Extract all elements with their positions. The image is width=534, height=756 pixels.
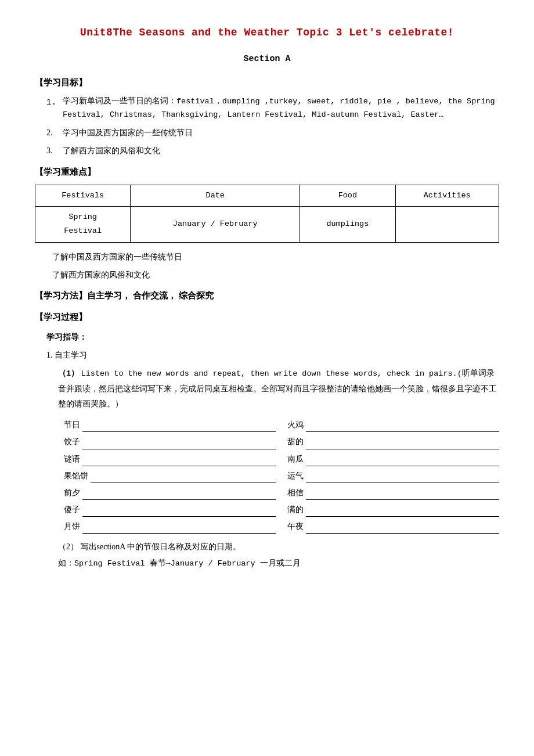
word-pair-miyu: 谜语 (64, 452, 276, 466)
word-pair-nangua: 南瓜 (287, 452, 499, 466)
after-table-line-2: 了解西方国家的风俗和文化 (52, 268, 499, 282)
word-pair-mande: 满的 (287, 502, 499, 517)
word-pair-huoji: 火鸡 (287, 417, 499, 432)
word-line-qianxi (82, 489, 276, 500)
word-pair-shazi: 傻子 (64, 502, 276, 517)
self-study-label: 1. 自主学习 (46, 348, 499, 362)
word-label-mande: 满的 (287, 502, 304, 517)
example-text: 如：Spring Festival 春节→January / February … (46, 557, 499, 571)
word-line-guoxianbing (91, 473, 276, 483)
word-label-wuye: 午夜 (287, 519, 304, 534)
step2-label: （2） (58, 542, 78, 551)
festival-table: Festivals Date Food Activities SpringFes… (35, 185, 499, 243)
word-pair-tiande: 甜的 (287, 434, 499, 449)
obj-num-3: 3. (46, 143, 63, 158)
process-header: 【学习过程】 (35, 309, 499, 325)
table-row: SpringFestival January / February dumpli… (35, 206, 499, 242)
word-label-qianxi: 前夕 (64, 485, 80, 500)
method-header: 【学习方法】自主学习， 合作交流， 综合探究 (35, 288, 499, 304)
word-label-xiangxin: 相信 (287, 485, 304, 500)
col-festivals: Festivals (35, 185, 131, 206)
word-pair-yunqi: 运气 (287, 469, 499, 483)
word-label-yuebing: 月饼 (64, 519, 80, 534)
word-line-jiaozi (82, 439, 276, 449)
section-a-label: Section A (35, 51, 499, 67)
after-table-line-1: 了解中国及西方国家的一些传统节日 (52, 250, 499, 264)
step2-text: 写出sectionA 中的节假日名称及对应的日期。 (81, 542, 241, 551)
word-pair-jieri: 节日 (64, 417, 276, 432)
step2-block: （2） 写出sectionA 中的节假日名称及对应的日期。 (46, 539, 499, 554)
cell-food: dumplings (300, 206, 395, 242)
cell-activities (395, 206, 499, 242)
col-food: Food (300, 185, 395, 206)
step1-label: （1） (58, 369, 79, 378)
cell-date: January / February (131, 206, 300, 242)
word-pair-yuebing: 月饼 (64, 519, 276, 534)
after-table-text: 了解中国及西方国家的一些传统节日 了解西方国家的风俗和文化 (35, 250, 499, 282)
word-grid: 节日 火鸡 饺子 甜的 谜语 南瓜 果馅饼 运气 (64, 417, 499, 534)
col-date: Date (131, 185, 300, 206)
obj-text-3: 了解西方国家的风俗和文化 (63, 143, 160, 158)
word-label-miyu: 谜语 (64, 452, 80, 466)
word-line-xiangxin (306, 489, 499, 500)
guide-label: 学习指导： (46, 330, 499, 344)
table-header-row: Festivals Date Food Activities (35, 185, 499, 206)
word-line-huoji (306, 422, 499, 432)
word-line-miyu (82, 456, 276, 466)
objective-item-1: 1. 学习新单词及一些节日的名词：festival，dumpling ,turk… (35, 95, 499, 122)
col-activities: Activities (395, 185, 499, 206)
word-line-shazi (82, 506, 276, 517)
word-line-yunqi (306, 473, 499, 483)
key-points-header: 【学习重难点】 (35, 164, 499, 180)
word-line-tiande (306, 439, 499, 449)
step1-text: Listen to the new words and repeat, then… (58, 369, 497, 409)
obj-text-2: 学习中国及西方国家的一些传统节日 (63, 125, 193, 140)
word-label-jiaozi: 饺子 (64, 434, 80, 449)
word-label-huoji: 火鸡 (287, 417, 304, 432)
word-label-shazi: 傻子 (64, 502, 80, 517)
objectives-list: 1. 学习新单词及一些节日的名词：festival，dumpling ,turk… (35, 95, 499, 158)
word-pair-qianxi: 前夕 (64, 485, 276, 500)
word-label-guoxianbing: 果馅饼 (64, 469, 88, 483)
word-line-jieri (82, 422, 276, 432)
step1-block: （1） Listen to the new words and repeat, … (46, 366, 499, 412)
obj-text-1: 学习新单词及一些节日的名词：festival，dumpling ,turkey,… (63, 95, 499, 122)
page-title: Unit8The Seasons and the Weather Topic 3… (35, 23, 499, 42)
guide-section: 学习指导： 1. 自主学习 （1） Listen to the new word… (35, 330, 499, 571)
word-pair-xiangxin: 相信 (287, 485, 499, 500)
word-label-tiande: 甜的 (287, 434, 304, 449)
word-label-jieri: 节日 (64, 417, 80, 432)
obj-num-2: 2. (46, 125, 63, 140)
word-line-wuye (306, 523, 499, 534)
word-line-nangua (306, 456, 499, 466)
word-pair-guoxianbing: 果馅饼 (64, 469, 276, 483)
obj-num-1: 1. (46, 95, 63, 122)
objective-item-2: 2. 学习中国及西方国家的一些传统节日 (35, 125, 499, 140)
objective-item-3: 3. 了解西方国家的风俗和文化 (35, 143, 499, 158)
word-pair-wuye: 午夜 (287, 519, 499, 534)
cell-festival-name: SpringFestival (35, 206, 131, 242)
word-label-nangua: 南瓜 (287, 452, 304, 466)
word-pair-jiaozi: 饺子 (64, 434, 276, 449)
objectives-header: 【学习目标】 (35, 75, 499, 91)
word-line-yuebing (82, 523, 276, 534)
word-line-mande (306, 506, 499, 517)
word-label-yunqi: 运气 (287, 469, 304, 483)
